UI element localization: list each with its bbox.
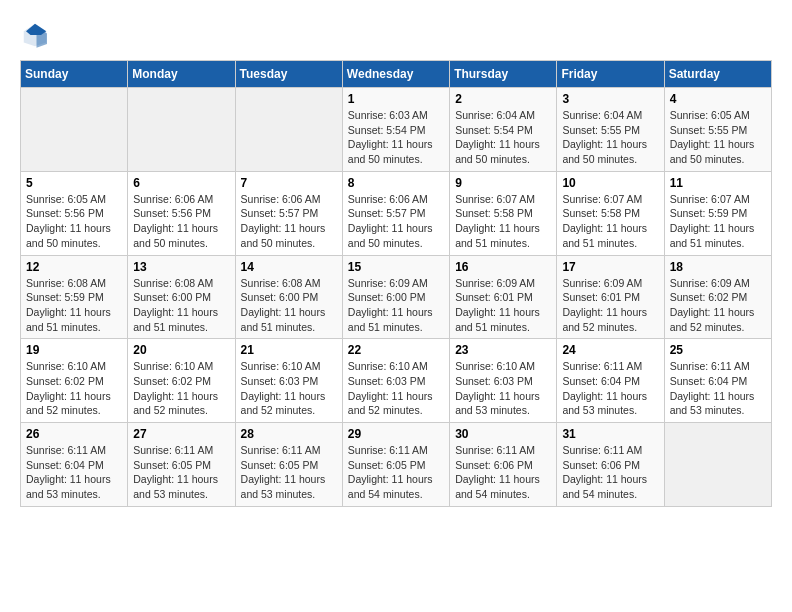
day-header-thursday: Thursday <box>450 61 557 88</box>
calendar-cell: 17 Sunrise: 6:09 AMSunset: 6:01 PMDaylig… <box>557 255 664 339</box>
day-detail: Sunrise: 6:05 AMSunset: 5:56 PMDaylight:… <box>26 192 122 251</box>
day-detail: Sunrise: 6:11 AMSunset: 6:05 PMDaylight:… <box>133 443 229 502</box>
day-number: 22 <box>348 343 444 357</box>
day-number: 17 <box>562 260 658 274</box>
day-detail: Sunrise: 6:11 AMSunset: 6:06 PMDaylight:… <box>562 443 658 502</box>
calendar-week-5: 26 Sunrise: 6:11 AMSunset: 6:04 PMDaylig… <box>21 423 772 507</box>
calendar-cell: 1 Sunrise: 6:03 AMSunset: 5:54 PMDayligh… <box>342 88 449 172</box>
calendar-cell: 28 Sunrise: 6:11 AMSunset: 6:05 PMDaylig… <box>235 423 342 507</box>
day-number: 16 <box>455 260 551 274</box>
calendar-cell: 24 Sunrise: 6:11 AMSunset: 6:04 PMDaylig… <box>557 339 664 423</box>
day-number: 23 <box>455 343 551 357</box>
calendar-cell: 8 Sunrise: 6:06 AMSunset: 5:57 PMDayligh… <box>342 171 449 255</box>
day-number: 21 <box>241 343 337 357</box>
day-header-tuesday: Tuesday <box>235 61 342 88</box>
day-header-friday: Friday <box>557 61 664 88</box>
day-number: 31 <box>562 427 658 441</box>
day-detail: Sunrise: 6:11 AMSunset: 6:05 PMDaylight:… <box>241 443 337 502</box>
calendar-cell: 13 Sunrise: 6:08 AMSunset: 6:00 PMDaylig… <box>128 255 235 339</box>
day-detail: Sunrise: 6:09 AMSunset: 6:00 PMDaylight:… <box>348 276 444 335</box>
day-detail: Sunrise: 6:04 AMSunset: 5:54 PMDaylight:… <box>455 108 551 167</box>
day-detail: Sunrise: 6:10 AMSunset: 6:02 PMDaylight:… <box>26 359 122 418</box>
day-number: 7 <box>241 176 337 190</box>
calendar-cell: 27 Sunrise: 6:11 AMSunset: 6:05 PMDaylig… <box>128 423 235 507</box>
day-number: 25 <box>670 343 766 357</box>
day-number: 30 <box>455 427 551 441</box>
day-detail: Sunrise: 6:03 AMSunset: 5:54 PMDaylight:… <box>348 108 444 167</box>
day-number: 3 <box>562 92 658 106</box>
calendar-cell: 14 Sunrise: 6:08 AMSunset: 6:00 PMDaylig… <box>235 255 342 339</box>
day-detail: Sunrise: 6:10 AMSunset: 6:03 PMDaylight:… <box>241 359 337 418</box>
calendar-cell: 21 Sunrise: 6:10 AMSunset: 6:03 PMDaylig… <box>235 339 342 423</box>
day-detail: Sunrise: 6:09 AMSunset: 6:01 PMDaylight:… <box>562 276 658 335</box>
logo-icon <box>20 20 50 50</box>
day-detail: Sunrise: 6:09 AMSunset: 6:02 PMDaylight:… <box>670 276 766 335</box>
day-detail: Sunrise: 6:11 AMSunset: 6:04 PMDaylight:… <box>562 359 658 418</box>
calendar-cell: 19 Sunrise: 6:10 AMSunset: 6:02 PMDaylig… <box>21 339 128 423</box>
calendar-cell: 31 Sunrise: 6:11 AMSunset: 6:06 PMDaylig… <box>557 423 664 507</box>
day-number: 5 <box>26 176 122 190</box>
calendar-header-row: SundayMondayTuesdayWednesdayThursdayFrid… <box>21 61 772 88</box>
day-number: 11 <box>670 176 766 190</box>
svg-marker-2 <box>26 24 46 35</box>
day-number: 24 <box>562 343 658 357</box>
day-detail: Sunrise: 6:05 AMSunset: 5:55 PMDaylight:… <box>670 108 766 167</box>
day-header-saturday: Saturday <box>664 61 771 88</box>
calendar-cell: 9 Sunrise: 6:07 AMSunset: 5:58 PMDayligh… <box>450 171 557 255</box>
calendar-cell: 10 Sunrise: 6:07 AMSunset: 5:58 PMDaylig… <box>557 171 664 255</box>
day-number: 13 <box>133 260 229 274</box>
day-detail: Sunrise: 6:07 AMSunset: 5:58 PMDaylight:… <box>562 192 658 251</box>
day-detail: Sunrise: 6:04 AMSunset: 5:55 PMDaylight:… <box>562 108 658 167</box>
calendar-cell: 25 Sunrise: 6:11 AMSunset: 6:04 PMDaylig… <box>664 339 771 423</box>
day-detail: Sunrise: 6:06 AMSunset: 5:57 PMDaylight:… <box>241 192 337 251</box>
day-number: 2 <box>455 92 551 106</box>
calendar-cell: 2 Sunrise: 6:04 AMSunset: 5:54 PMDayligh… <box>450 88 557 172</box>
calendar-cell: 5 Sunrise: 6:05 AMSunset: 5:56 PMDayligh… <box>21 171 128 255</box>
calendar-week-2: 5 Sunrise: 6:05 AMSunset: 5:56 PMDayligh… <box>21 171 772 255</box>
day-detail: Sunrise: 6:06 AMSunset: 5:56 PMDaylight:… <box>133 192 229 251</box>
calendar-cell: 11 Sunrise: 6:07 AMSunset: 5:59 PMDaylig… <box>664 171 771 255</box>
calendar-cell: 18 Sunrise: 6:09 AMSunset: 6:02 PMDaylig… <box>664 255 771 339</box>
day-number: 4 <box>670 92 766 106</box>
day-number: 12 <box>26 260 122 274</box>
day-number: 1 <box>348 92 444 106</box>
calendar-week-3: 12 Sunrise: 6:08 AMSunset: 5:59 PMDaylig… <box>21 255 772 339</box>
day-number: 14 <box>241 260 337 274</box>
calendar-cell: 30 Sunrise: 6:11 AMSunset: 6:06 PMDaylig… <box>450 423 557 507</box>
day-number: 29 <box>348 427 444 441</box>
day-detail: Sunrise: 6:11 AMSunset: 6:04 PMDaylight:… <box>26 443 122 502</box>
calendar-week-4: 19 Sunrise: 6:10 AMSunset: 6:02 PMDaylig… <box>21 339 772 423</box>
calendar-cell <box>21 88 128 172</box>
calendar-cell <box>664 423 771 507</box>
day-detail: Sunrise: 6:08 AMSunset: 6:00 PMDaylight:… <box>133 276 229 335</box>
day-detail: Sunrise: 6:08 AMSunset: 6:00 PMDaylight:… <box>241 276 337 335</box>
day-detail: Sunrise: 6:08 AMSunset: 5:59 PMDaylight:… <box>26 276 122 335</box>
calendar-week-1: 1 Sunrise: 6:03 AMSunset: 5:54 PMDayligh… <box>21 88 772 172</box>
logo <box>20 20 54 50</box>
calendar-cell: 29 Sunrise: 6:11 AMSunset: 6:05 PMDaylig… <box>342 423 449 507</box>
day-header-sunday: Sunday <box>21 61 128 88</box>
calendar-cell <box>235 88 342 172</box>
day-detail: Sunrise: 6:10 AMSunset: 6:02 PMDaylight:… <box>133 359 229 418</box>
calendar-cell: 4 Sunrise: 6:05 AMSunset: 5:55 PMDayligh… <box>664 88 771 172</box>
day-detail: Sunrise: 6:11 AMSunset: 6:04 PMDaylight:… <box>670 359 766 418</box>
calendar-cell: 22 Sunrise: 6:10 AMSunset: 6:03 PMDaylig… <box>342 339 449 423</box>
day-number: 26 <box>26 427 122 441</box>
day-number: 19 <box>26 343 122 357</box>
calendar-cell: 7 Sunrise: 6:06 AMSunset: 5:57 PMDayligh… <box>235 171 342 255</box>
day-number: 8 <box>348 176 444 190</box>
day-header-wednesday: Wednesday <box>342 61 449 88</box>
day-number: 18 <box>670 260 766 274</box>
day-number: 28 <box>241 427 337 441</box>
day-detail: Sunrise: 6:07 AMSunset: 5:59 PMDaylight:… <box>670 192 766 251</box>
day-number: 9 <box>455 176 551 190</box>
calendar-cell: 15 Sunrise: 6:09 AMSunset: 6:00 PMDaylig… <box>342 255 449 339</box>
day-number: 27 <box>133 427 229 441</box>
day-number: 15 <box>348 260 444 274</box>
day-number: 10 <box>562 176 658 190</box>
day-detail: Sunrise: 6:07 AMSunset: 5:58 PMDaylight:… <box>455 192 551 251</box>
calendar-cell <box>128 88 235 172</box>
day-detail: Sunrise: 6:09 AMSunset: 6:01 PMDaylight:… <box>455 276 551 335</box>
day-detail: Sunrise: 6:10 AMSunset: 6:03 PMDaylight:… <box>348 359 444 418</box>
day-detail: Sunrise: 6:11 AMSunset: 6:05 PMDaylight:… <box>348 443 444 502</box>
